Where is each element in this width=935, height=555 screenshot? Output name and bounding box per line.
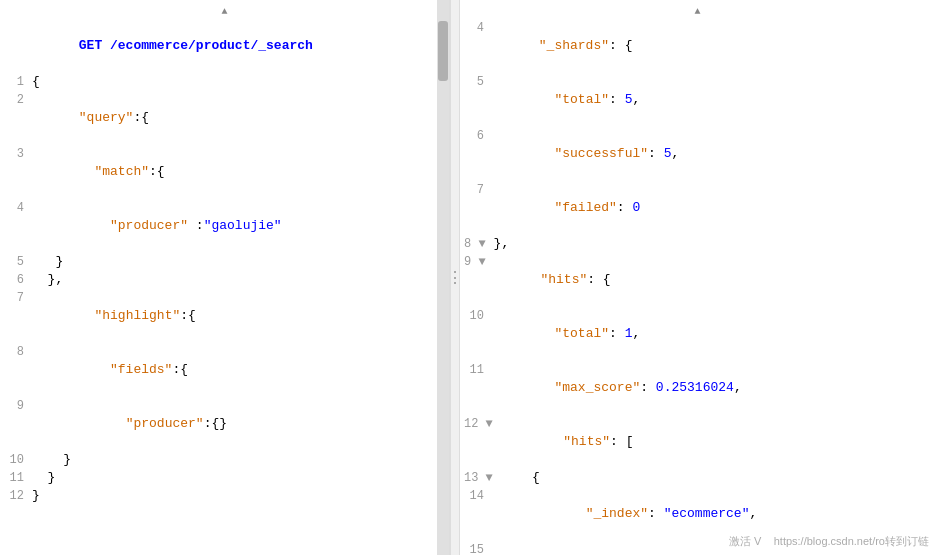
rlc7: "failed": 0 [492, 181, 931, 235]
lc10: } [32, 451, 445, 469]
ln3: 3 [4, 145, 32, 163]
ln12: 12 [4, 487, 32, 505]
right-scroll-top: ▲ [460, 4, 935, 19]
rln14: 14 [464, 487, 492, 505]
lc5: } [32, 253, 445, 271]
rln6: 6 [464, 127, 492, 145]
request-content: GET /ecommerce/product/_search [32, 19, 445, 73]
right-line-13: 13 ▼ { [460, 469, 935, 487]
right-line-8: 8 ▼ }, [460, 235, 935, 253]
left-scrollbar-thumb[interactable] [438, 21, 448, 81]
right-line-9: 9 ▼ "hits": { [460, 253, 935, 307]
request-line: GET /ecommerce/product/_search [0, 19, 449, 73]
lc9: "producer":{} [32, 397, 445, 451]
ln8: 8 [4, 343, 32, 361]
ln7: 7 [4, 289, 32, 307]
left-panel: ▲ GET /ecommerce/product/_search 1 { 2 "… [0, 0, 450, 555]
lc3: "match":{ [32, 145, 445, 199]
left-line-8: 8 "fields":{ [0, 343, 449, 397]
left-line-1: 1 { [0, 73, 449, 91]
ln5: 5 [4, 253, 32, 271]
left-line-10: 10 } [0, 451, 449, 469]
lc7: "highlight":{ [32, 289, 445, 343]
ln1: 1 [4, 73, 32, 91]
watermark: 激活 V https://blog.csdn.net/ro转到订链 [729, 534, 929, 549]
right-panel: ▲ 4 "_shards": { 5 "total": 5, 6 "succes… [460, 0, 935, 555]
left-line-4: 4 "producer" :"gaolujie" [0, 199, 449, 253]
rln9: 9 ▼ [464, 253, 494, 271]
rlc6: "successful": 5, [492, 127, 931, 181]
rln11: 11 [464, 361, 492, 379]
ln2: 2 [4, 91, 32, 109]
left-scroll-top: ▲ [0, 4, 449, 19]
rln13: 13 ▼ [464, 469, 501, 487]
right-line-14: 14 "_index": "ecommerce", [460, 487, 935, 541]
rln7: 7 [464, 181, 492, 199]
left-line-5: 5 } [0, 253, 449, 271]
rln10: 10 [464, 307, 492, 325]
right-line-6: 6 "successful": 5, [460, 127, 935, 181]
rlc4: "_shards": { [492, 19, 931, 73]
right-line-11: 11 "max_score": 0.25316024, [460, 361, 935, 415]
rlc8: }, [494, 235, 931, 253]
rln8: 8 ▼ [464, 235, 494, 253]
rlc9: "hits": { [494, 253, 931, 307]
lc1: { [32, 73, 445, 91]
left-line-12: 12 } [0, 487, 449, 505]
rlc10: "total": 1, [492, 307, 931, 361]
left-line-6: 6 }, [0, 271, 449, 289]
activate-text: 激活 V [729, 535, 761, 547]
left-line-2: 2 "query":{ [0, 91, 449, 145]
lc4: "producer" :"gaolujie" [32, 199, 445, 253]
lc2: "query":{ [32, 91, 445, 145]
lc6: }, [32, 271, 445, 289]
right-line-10: 10 "total": 1, [460, 307, 935, 361]
rlc14: "_index": "ecommerce", [492, 487, 931, 541]
rln4: 4 [464, 19, 492, 37]
lc11: } [32, 469, 445, 487]
right-line-4: 4 "_shards": { [460, 19, 935, 73]
right-line-5: 5 "total": 5, [460, 73, 935, 127]
rlc11: "max_score": 0.25316024, [492, 361, 931, 415]
ln11: 11 [4, 469, 32, 487]
rlc5: "total": 5, [492, 73, 931, 127]
left-line-11: 11 } [0, 469, 449, 487]
lc12: } [32, 487, 445, 505]
ln4: 4 [4, 199, 32, 217]
right-line-7: 7 "failed": 0 [460, 181, 935, 235]
rln12: 12 ▼ [464, 415, 501, 433]
panel-divider[interactable]: ⋮ [450, 0, 460, 555]
right-line-12: 12 ▼ "hits": [ [460, 415, 935, 469]
rlc12: "hits": [ [501, 415, 931, 469]
ln9: 9 [4, 397, 32, 415]
left-line-9: 9 "producer":{} [0, 397, 449, 451]
url-text: https://blog.csdn.net/ro转到订链 [774, 535, 929, 547]
lc8: "fields":{ [32, 343, 445, 397]
left-scrollbar[interactable] [437, 0, 449, 555]
left-line-3: 3 "match":{ [0, 145, 449, 199]
ln10: 10 [4, 451, 32, 469]
ln6: 6 [4, 271, 32, 289]
rln15: 15 [464, 541, 492, 555]
rlc13: { [501, 469, 931, 487]
http-method: GET /ecommerce/product/_search [79, 38, 313, 53]
left-line-7: 7 "highlight":{ [0, 289, 449, 343]
rln5: 5 [464, 73, 492, 91]
